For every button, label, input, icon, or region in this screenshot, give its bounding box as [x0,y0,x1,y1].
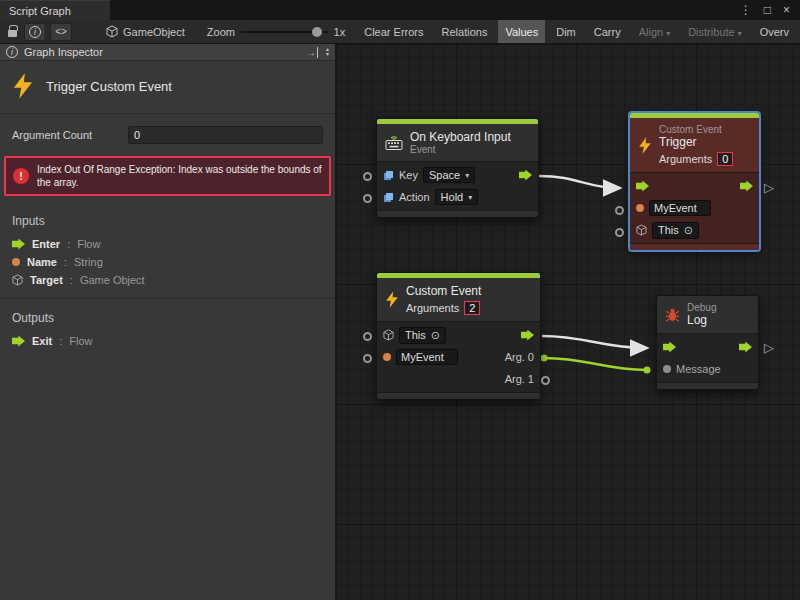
flow-in-port[interactable] [663,342,676,353]
unit-title-block: Trigger Custom Event [0,61,335,114]
gameobject-port-icon [12,274,23,286]
flow-out-port[interactable] [521,330,534,341]
carry-button[interactable]: Carry [587,20,628,44]
maximize-icon[interactable]: □ [764,3,771,17]
port-circle[interactable] [541,376,550,385]
node-trigger-custom-event[interactable]: Custom Event Trigger Arguments 0 [629,112,760,251]
arg1-label: Arg. 1 [505,373,534,385]
gameobject-port-icon [383,329,394,341]
play-marker-icon: ▷ [764,180,774,195]
flow-out-port[interactable] [740,181,753,192]
message-port-icon [663,365,671,373]
lightning-bolt-icon [385,291,399,308]
gameobject-label: GameObject [123,26,185,38]
string-port-icon [636,204,644,212]
event-name-input[interactable] [396,349,458,365]
node-title: Log [687,313,716,327]
lock-icon[interactable] [4,23,20,41]
chevron-down-icon: ▾ [465,171,469,180]
arguments-count-badge[interactable]: 0 [717,152,733,166]
flow-port-row [657,336,758,358]
flow-in-port[interactable] [636,181,649,192]
argument-count-input[interactable] [128,126,323,144]
node-custom-event[interactable]: Custom Event Arguments 2 This ⊙ [376,272,541,400]
distribute-button[interactable]: Distribute▾ [681,20,748,44]
play-marker-icon: ▷ [764,340,774,355]
target-row: This ⊙ [630,219,759,241]
gameobject-port-icon [636,224,647,236]
zoom-label: Zoom [207,26,235,38]
arguments-count-badge[interactable]: 2 [464,301,480,315]
unity-visual-scripting-window: Script Graph ⋮ □ × i <> GameObject Zoom … [0,0,800,600]
keyboard-icon [385,135,403,150]
zoom-value: 1x [334,26,346,38]
graph-inspector-panel: i Graph Inspector → ▴ ▾ Trigger Custom E… [0,44,336,600]
arguments-label: Arguments [406,302,459,314]
graph-inspector-header: i Graph Inspector → ▴ ▾ [0,44,335,61]
port-circle[interactable] [363,194,372,203]
event-name-row: Arg. 0 [377,346,540,368]
key-dropdown[interactable]: Space ▾ [423,167,475,183]
node-category: Debug [687,302,716,313]
port-circle[interactable] [363,354,372,363]
graph-canvas[interactable]: On Keyboard Input Event Key Space ▾ [336,44,800,600]
tab-title: Script Graph [9,5,71,17]
clear-errors-button[interactable]: Clear Errors [357,20,430,44]
graph-toolbar: i <> GameObject Zoom 1x Clear Errors Rel… [0,20,800,44]
chevron-down-icon: ▾ [738,29,742,38]
node-subtitle: Event [410,144,511,155]
dock-icon[interactable]: → [306,47,318,58]
node-title: Custom Event [406,284,481,298]
relations-button[interactable]: Relations [435,20,495,44]
port-circle[interactable] [363,172,372,181]
info-icon[interactable]: i [24,23,46,41]
zoom-slider[interactable] [241,24,328,40]
node-debug-log[interactable]: Debug Log Message [656,295,759,390]
action-port-row: Action Hold ▾ [377,186,538,208]
flow-port-row [630,175,759,197]
port-circle[interactable] [615,228,624,237]
lightning-bolt-icon [638,137,652,154]
action-label: Action [399,191,430,203]
menu-icon[interactable]: ⋮ [740,3,752,17]
target-row: This ⊙ [377,324,540,346]
target-dropdown[interactable]: This ⊙ [652,222,699,239]
lightning-bolt-icon [12,73,34,99]
target-dropdown[interactable]: This ⊙ [399,327,446,344]
zoom-slider-knob[interactable] [312,27,322,37]
tab-script-graph[interactable]: Script Graph [0,0,110,20]
values-button[interactable]: Values [498,20,545,44]
event-name-input[interactable] [649,200,711,216]
action-dropdown[interactable]: Hold ▾ [435,189,479,205]
input-port-target: Target : Game Object [0,271,335,289]
flow-out-port[interactable] [739,342,752,353]
flow-out-port[interactable] [519,170,532,181]
close-icon[interactable]: × [783,3,790,17]
error-icon: ! [13,168,29,184]
input-port-name: Name : String [0,253,335,271]
gameobject-selector[interactable]: GameObject [102,25,189,38]
overview-button[interactable]: Overv [753,20,796,44]
arg0-label: Arg. 0 [505,351,534,363]
code-icon[interactable]: <> [50,23,72,41]
chevron-down-icon: ▾ [666,29,670,38]
bug-icon [665,307,680,323]
arg1-row: Arg. 1 [377,368,540,390]
target-picker-icon[interactable]: ⊙ [431,329,440,342]
node-title: On Keyboard Input [410,130,511,144]
target-picker-icon[interactable]: ⊙ [684,224,693,237]
port-circle[interactable] [363,332,372,341]
pane-spinner[interactable]: ▴ ▾ [326,47,329,57]
error-message-box: ! Index Out Of Range Exception: Index wa… [4,156,331,196]
info-icon: i [6,46,18,58]
unit-title: Trigger Custom Event [46,79,172,94]
node-on-keyboard-input[interactable]: On Keyboard Input Event Key Space ▾ [376,118,539,218]
key-port-row: Key Space ▾ [377,164,538,186]
chevron-down-icon: ▾ [468,193,472,202]
port-circle[interactable] [615,206,624,215]
align-button[interactable]: Align▾ [632,20,677,44]
output-port-exit: Exit : Flow [0,332,335,350]
node-category: Custom Event [659,124,733,135]
flow-port-icon [12,336,25,347]
dim-button[interactable]: Dim [549,20,583,44]
